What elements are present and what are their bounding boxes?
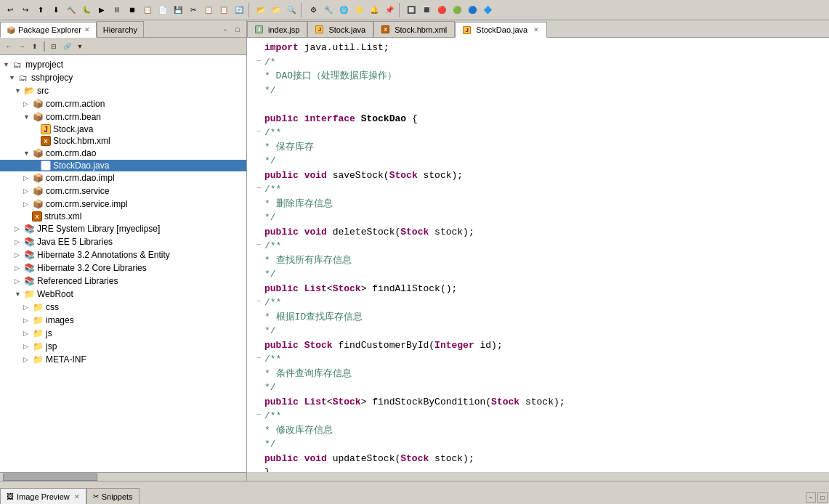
tree-item[interactable]: ▼📦com.crm.bean: [0, 110, 246, 123]
tree-item[interactable]: IStockDao.java: [0, 160, 246, 171]
tree-item-icon: 📦: [32, 172, 44, 184]
line-code-content: public Stock findCustomerById(Integer id…: [264, 338, 823, 353]
editor-tab-label: Stock.java: [328, 25, 365, 34]
toolbar-btn[interactable]: ⏸: [110, 3, 124, 17]
toolbar-btn[interactable]: 🌐: [336, 3, 351, 17]
toolbar-btn[interactable]: 🔴: [434, 3, 449, 17]
toolbar-btn[interactable]: 🔳: [419, 3, 434, 17]
bottom-tab-image-close[interactable]: ✕: [74, 493, 80, 500]
collapse-all-btn[interactable]: ⊟: [48, 41, 60, 52]
line-fold-marker[interactable]: −: [253, 352, 264, 365]
toolbar-btn[interactable]: 💾: [171, 3, 185, 17]
h-scrollbar[interactable]: [0, 472, 246, 481]
tab-package-explorer[interactable]: 📦 Package Explorer ✕: [0, 22, 97, 38]
tree-item[interactable]: ▷📚Java EE 5 Libraries: [0, 235, 246, 248]
tree-arrow-icon: ▷: [15, 251, 23, 259]
line-fold-marker[interactable]: −: [253, 296, 264, 308]
editor-tab-index-jsp[interactable]: Jindex.jsp: [247, 21, 307, 37]
toolbar-btn[interactable]: ▶: [94, 3, 109, 17]
tree-item[interactable]: ▷📁css: [0, 301, 246, 314]
toolbar-btn[interactable]: 🐛: [79, 3, 94, 17]
bottom-tab-image-preview[interactable]: 🖼 Image Preview ✕: [0, 488, 86, 504]
tree-item-icon: 📁: [32, 328, 44, 339]
toolbar-btn[interactable]: 🔷: [480, 3, 495, 17]
tree-item[interactable]: ▼🗂sshprojecy: [0, 71, 246, 84]
tree-item[interactable]: ▷📦com.crm.dao.impl: [0, 171, 246, 184]
toolbar-btn[interactable]: ⏹: [125, 3, 139, 17]
toolbar-btn[interactable]: 🔨: [64, 3, 78, 17]
h-scroll-thumb[interactable]: [3, 473, 97, 481]
toolbar-btn[interactable]: 🟢: [450, 3, 464, 17]
toolbar-btn[interactable]: 🔲: [404, 3, 418, 17]
toolbar-btn[interactable]: 🔔: [367, 3, 381, 17]
toolbar-btn[interactable]: 📁: [269, 3, 283, 17]
tree-item[interactable]: ▷📦com.crm.service.impl: [0, 198, 246, 211]
code-editor[interactable]: import java.util.List;−/* * DAO接口（处理数据库操…: [247, 38, 829, 472]
maximize-left-btn[interactable]: □: [232, 24, 243, 36]
view-menu-btn[interactable]: ▼: [74, 41, 86, 52]
toolbar-btn[interactable]: 🔄: [232, 3, 246, 17]
line-code-content: public List<Stock> findStockByCondition(…: [264, 395, 823, 410]
toolbar-btn[interactable]: 📂: [254, 3, 268, 17]
tree-item[interactable]: ▷📁images: [0, 314, 246, 327]
toolbar-btn[interactable]: 📋: [140, 3, 155, 17]
toolbar-btn[interactable]: 📋: [217, 3, 231, 17]
toolbar-btn[interactable]: ⬇: [49, 3, 63, 17]
editor-h-scrollbar[interactable]: [247, 472, 829, 481]
toolbar-btn[interactable]: 🔧: [321, 3, 336, 17]
tree-item[interactable]: ▷📦com.crm.action: [0, 97, 246, 110]
tree-item[interactable]: ▼🗂myproject: [0, 58, 246, 71]
toolbar-btn[interactable]: 📌: [382, 3, 397, 17]
tree-item[interactable]: XStock.hbm.xml: [0, 135, 246, 147]
editor-tab-stockdao-java[interactable]: JStockDao.java✕: [455, 22, 547, 38]
forward-btn[interactable]: →: [16, 41, 28, 52]
tree-item[interactable]: ▼📂src: [0, 84, 246, 97]
tree-item[interactable]: ▷📚Referenced Libraries: [0, 275, 246, 288]
toolbar-btn[interactable]: 🔍: [284, 3, 299, 17]
tree-item-label: com.crm.action: [46, 99, 105, 109]
line-fold-marker[interactable]: −: [253, 409, 264, 421]
toolbar-btn[interactable]: 📄: [155, 3, 170, 17]
tab-package-explorer-close[interactable]: ✕: [84, 26, 90, 33]
toolbar-btn[interactable]: ✂: [186, 3, 201, 17]
editor-tab-stock-java[interactable]: JStock.java: [307, 21, 373, 37]
tree-item[interactable]: ▷📚Hibernate 3.2 Core Libraries: [0, 261, 246, 275]
toolbar-btn[interactable]: ⭐: [352, 3, 366, 17]
code-line: * DAO接口（处理数据库操作）: [253, 69, 823, 84]
toolbar-btn[interactable]: ↩: [3, 3, 17, 17]
bottom-minimize-btn[interactable]: −: [806, 492, 816, 503]
bottom-tab-snippets[interactable]: ✂ Snippets: [86, 488, 139, 504]
line-fold-marker[interactable]: −: [253, 182, 264, 195]
back-btn[interactable]: ←: [3, 41, 15, 52]
bottom-maximize-btn[interactable]: □: [817, 492, 828, 503]
editor-tab-close[interactable]: ✕: [533, 26, 539, 33]
tree-item[interactable]: ▷📚JRE System Library [myeclipse]: [0, 222, 246, 235]
toolbar-btn[interactable]: 🔵: [465, 3, 480, 17]
tree-view[interactable]: ▼🗂myproject▼🗂sshprojecy▼📂src▷📦com.crm.ac…: [0, 55, 246, 472]
line-fold-marker[interactable]: −: [253, 55, 264, 68]
tree-item[interactable]: JStock.java: [0, 123, 246, 135]
line-fold-marker[interactable]: −: [253, 239, 264, 251]
toolbar-btn[interactable]: ⚙: [306, 3, 320, 17]
link-editor-btn[interactable]: 🔗: [61, 41, 73, 52]
minimize-left-btn[interactable]: −: [219, 24, 231, 36]
toolbar-btn[interactable]: 📋: [201, 3, 216, 17]
tree-item[interactable]: ▷📚Hibernate 3.2 Annotations & Entity: [0, 248, 246, 261]
up-btn[interactable]: ⬆: [29, 41, 41, 52]
toolbar-btn[interactable]: ↪: [18, 3, 33, 17]
main-toolbar: ↩↪⬆⬇🔨🐛▶⏸⏹📋📄💾✂📋📋🔄📂📁🔍⚙🔧🌐⭐🔔📌🔲🔳🔴🟢🔵🔷: [0, 0, 829, 20]
toolbar-btn[interactable]: ⬆: [33, 3, 48, 17]
tree-item[interactable]: ▷📦com.crm.service: [0, 184, 246, 198]
tree-item[interactable]: ▷📁jsp: [0, 340, 246, 353]
tree-item[interactable]: ▼📦com.crm.dao: [0, 147, 246, 160]
tree-item[interactable]: ▷📁META-INF: [0, 353, 246, 366]
editor-tab-stock-hbm-xml[interactable]: XStock.hbm.xml: [373, 21, 455, 37]
line-fold-marker[interactable]: −: [253, 126, 264, 138]
tree-item[interactable]: ▼📁WebRoot: [0, 288, 246, 301]
tree-item-icon: 🗂: [17, 72, 29, 84]
bottom-panel: 🖼 Image Preview ✕ ✂ Snippets − □: [0, 481, 829, 504]
editor-tab-label: StockDao.java: [476, 25, 527, 34]
tab-hierarchy[interactable]: Hierarchy: [97, 21, 144, 37]
tree-item[interactable]: ▷📁js: [0, 327, 246, 340]
tree-item[interactable]: Xstruts.xml: [0, 211, 246, 222]
